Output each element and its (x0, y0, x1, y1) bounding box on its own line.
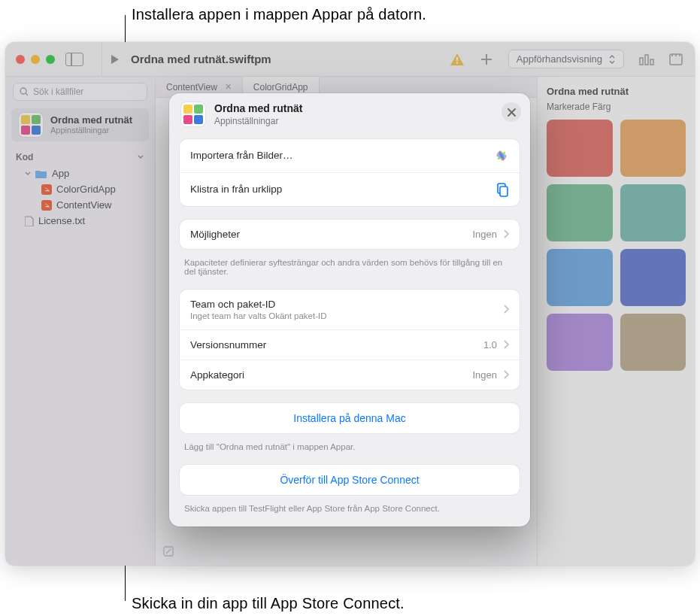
chevron-right-icon (503, 229, 509, 238)
row-label: Versionsnummer (190, 339, 266, 350)
capabilities-note: Kapaciteter definierar syftesträngar och… (169, 253, 530, 285)
upload-button[interactable]: Överför till App Store Connect (180, 465, 520, 495)
row-label: Team och paket-ID (190, 299, 327, 310)
install-button[interactable]: Installera på denna Mac (180, 403, 520, 433)
clipboard-icon (495, 182, 509, 197)
row-label: Möjligheter (190, 229, 240, 240)
row-value: Ingen (472, 229, 497, 240)
row-sublabel: Inget team har valts Okänt paket-ID (190, 311, 327, 320)
close-sheet-button[interactable] (502, 102, 521, 122)
close-icon (508, 108, 516, 117)
app-icon (181, 102, 205, 126)
import-group: Importera från Bilder… Klistra in från u… (180, 139, 520, 206)
upload-note: Skicka appen till TestFlight eller App S… (169, 499, 530, 526)
row-label: Appkategori (190, 369, 244, 381)
capabilities-group: Möjligheter Ingen (180, 220, 520, 249)
callout-top: Installera appen i mappen Appar på dator… (132, 6, 426, 23)
version-row[interactable]: Versionsnummer 1.0 (180, 329, 520, 360)
import-from-photos-row[interactable]: Importera från Bilder… (180, 139, 520, 172)
callout-bottom: Skicka in din app till App Store Connect… (132, 595, 405, 612)
capabilities-row[interactable]: Möjligheter Ingen (180, 220, 520, 249)
install-note: Lägg till "Ordna med rutnät" i mappen Ap… (169, 438, 530, 460)
team-row[interactable]: Team och paket-ID Inget team har valts O… (180, 290, 520, 329)
sheet-subtitle: Appinställningar (214, 116, 302, 127)
paste-from-clipboard-row[interactable]: Klistra in från urklipp (180, 172, 520, 206)
category-row[interactable]: Appkategori Ingen (180, 360, 520, 390)
app-settings-sheet: Ordna med rutnät Appinställningar Import… (169, 93, 530, 526)
row-label: Importera från Bilder… (190, 150, 293, 161)
row-value: 1.0 (483, 339, 497, 350)
row-label: Klistra in från urklipp (190, 184, 282, 195)
chevron-right-icon (503, 340, 509, 349)
photos-icon (494, 148, 509, 163)
chevron-right-icon (503, 305, 509, 314)
row-value: Ingen (472, 369, 497, 381)
sheet-header: Ordna med rutnät Appinställningar (169, 93, 530, 135)
svg-rect-17 (500, 187, 508, 196)
sheet-title: Ordna med rutnät (214, 102, 302, 116)
meta-group: Team och paket-ID Inget team har valts O… (180, 290, 520, 390)
chevron-right-icon (503, 370, 509, 379)
